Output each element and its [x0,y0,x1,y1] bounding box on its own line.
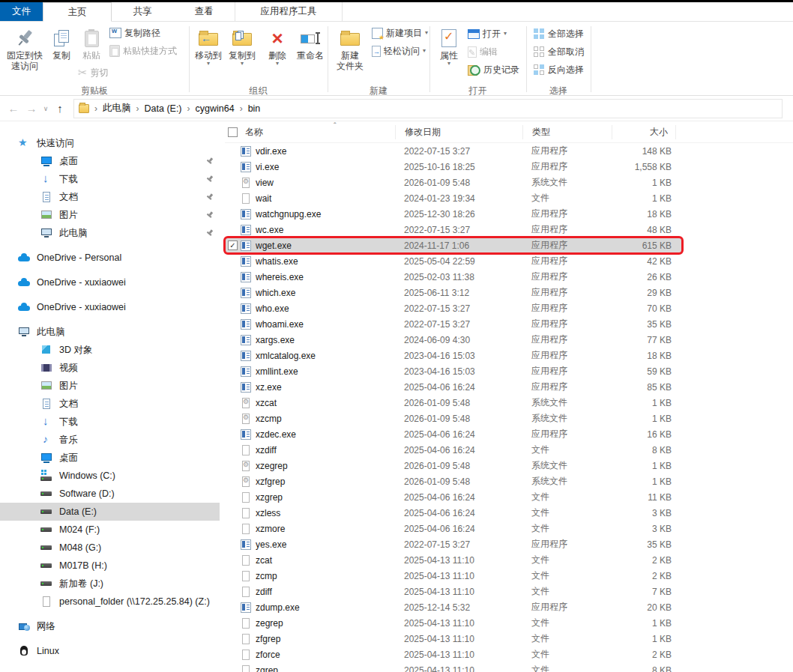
back-button[interactable]: ← [4,102,22,115]
invert-selection-button[interactable]: 反向选择 [534,62,584,77]
file-row[interactable]: watchgnupg.exe 2025-12-30 18:26 应用程序 18 … [225,206,682,222]
delete-button[interactable]: × 删除 ▾ [262,26,292,67]
file-row[interactable]: xz.exe 2025-04-06 16:24 应用程序 85 KB [225,379,682,395]
breadcrumb-item[interactable]: Data (E:) [145,103,182,114]
file-row[interactable]: xzcat 2026-01-09 5:48 系统文件 1 KB [225,395,682,411]
properties-button[interactable]: 属性 ▾ [435,26,463,67]
tab-application-tools[interactable]: 应用程序工具 [235,2,343,21]
file-row[interactable]: xzmore 2025-04-06 16:24 文件 3 KB [225,521,682,536]
new-item-button[interactable]: 新建项目 ▾ [372,25,428,40]
file-row[interactable]: zdiff 2025-04-13 11:10 文件 7 KB [225,584,682,599]
file-row[interactable]: vi.exe 2025-10-16 18:25 应用程序 1,558 KB [225,159,682,175]
file-row[interactable]: zcmp 2025-04-13 11:10 文件 2 KB [225,568,682,584]
file-row[interactable]: vdir.exe 2022-07-15 3:27 应用程序 148 KB [225,143,682,159]
select-all-button[interactable]: 全部选择 [534,26,584,41]
file-row[interactable]: xzless 2025-04-06 16:24 文件 3 KB [225,505,682,521]
sidebar-item[interactable]: Software (D:) [0,485,220,503]
up-button[interactable]: ↑ [51,102,69,115]
sidebar-item[interactable]: personal_folder (\\172.25.25.84) (Z:) [0,593,220,611]
file-row[interactable]: yes.exe 2022-07-15 3:27 应用程序 35 KB [225,536,682,552]
new-folder-button[interactable]: 新建 文件夹 [333,26,367,71]
copy-path-button[interactable]: 复制路径 [109,25,160,40]
file-row[interactable]: zdump.exe 2025-12-14 5:32 应用程序 20 KB [225,599,682,615]
sidebar-item[interactable]: 音乐 [0,431,220,449]
file-row[interactable]: which.exe 2025-06-11 3:12 应用程序 29 KB [225,285,682,300]
sidebar-item[interactable]: OneDrive - xuxiaowei [0,273,220,291]
rename-button[interactable]: 重命名 [294,26,327,61]
forward-button[interactable]: → [22,102,40,115]
file-row[interactable]: wc.exe 2022-07-15 3:27 应用程序 48 KB [225,222,682,237]
sidebar-item[interactable]: 图片 [0,206,220,224]
sidebar-item[interactable]: 新加卷 (J:) [0,575,220,593]
breadcrumb-item[interactable]: cygwin64 [196,103,235,114]
breadcrumb-item[interactable]: bin [248,103,261,114]
file-row[interactable]: wget.exe 2024-11-17 1:06 应用程序 615 KB [225,237,682,253]
select-none-button[interactable]: 全部取消 [534,44,584,59]
sidebar-item[interactable]: 文档 [0,188,220,206]
column-header-name[interactable]: 名称 ˆ [238,122,395,142]
sidebar-item[interactable]: M017B (H:) [0,557,220,575]
sidebar-item[interactable]: Data (E:) [0,503,220,521]
tab-home[interactable]: 主页 [43,2,112,22]
copy-to-button[interactable]: 复制到 ▾ [226,26,259,67]
sidebar-item[interactable]: 下载 [0,170,220,188]
edit-button[interactable]: 编辑 [468,44,498,59]
file-row[interactable]: xzdiff 2025-04-06 16:24 文件 8 KB [225,442,682,458]
file-row[interactable]: zcat 2025-04-13 11:10 文件 2 KB [225,552,682,568]
sidebar-item[interactable]: 文档 [0,395,220,413]
breadcrumb-item[interactable]: 此电脑 [103,102,131,115]
file-row[interactable]: whatis.exe 2025-05-04 22:59 应用程序 42 KB [225,253,682,269]
sidebar-item[interactable]: 下载 [0,413,220,431]
file-row[interactable]: xzgrep 2025-04-06 16:24 文件 11 KB [225,489,682,505]
row-checkbox[interactable] [228,240,238,250]
sidebar-item[interactable]: Windows (C:) [0,467,220,485]
tab-share[interactable]: 共享 [112,2,173,21]
file-row[interactable]: zgrep 2025-04-13 11:10 文件 8 KB [225,662,682,672]
file-row[interactable]: zfgrep 2025-04-13 11:10 文件 1 KB [225,631,682,647]
sidebar-item[interactable]: OneDrive - Personal [0,249,220,267]
file-row[interactable]: xzfgrep 2026-01-09 5:48 系统文件 1 KB [225,473,682,489]
file-row[interactable]: zforce 2025-04-13 11:10 文件 2 KB [225,647,682,662]
cut-button[interactable]: ✂ 剪切 [78,65,109,80]
easy-access-button[interactable]: 轻松访问 ▾ [372,43,426,58]
open-button[interactable]: 打开 ▾ [468,26,507,41]
file-row[interactable]: zegrep 2025-04-13 11:10 文件 1 KB [225,615,682,631]
sidebar-item[interactable]: OneDrive - xuxiaowei [0,298,220,316]
file-row[interactable]: wait 2024-01-23 19:34 文件 1 KB [225,190,682,206]
sidebar-item[interactable]: Linux [0,642,220,660]
pin-to-quick-access-button[interactable]: 固定到快 速访问 [3,26,46,71]
sidebar-item[interactable]: 网络 [0,617,220,635]
tab-view[interactable]: 查看 [173,2,235,21]
file-row[interactable]: xmllint.exe 2023-04-16 15:03 应用程序 59 KB [225,363,682,379]
sidebar-item[interactable]: 桌面 [0,152,220,170]
file-row[interactable]: whereis.exe 2025-02-03 11:38 应用程序 26 KB [225,269,682,285]
sidebar-item[interactable]: 桌面 [0,449,220,467]
copy-button[interactable]: 复制 [46,26,76,61]
file-row[interactable]: xzcmp 2026-01-09 5:48 系统文件 1 KB [225,411,682,426]
file-row[interactable]: who.exe 2022-07-15 3:27 应用程序 70 KB [225,300,682,316]
file-row[interactable]: view 2026-01-09 5:48 系统文件 1 KB [225,175,682,190]
history-button[interactable]: 历史记录 [468,62,519,77]
recent-locations-chevron[interactable]: ∨ [40,105,51,112]
sidebar-item[interactable]: 快速访问 [0,134,220,152]
sidebar-item[interactable]: 图片 [0,377,220,395]
column-header-size[interactable]: 大小 [612,125,676,139]
file-row[interactable]: xzdec.exe 2025-04-06 16:24 应用程序 16 KB [225,426,682,442]
column-header-date-modified[interactable]: 修改日期 [395,125,522,139]
sidebar-item[interactable]: M024 (F:) [0,521,220,539]
sidebar-item[interactable]: 此电脑 [0,224,220,242]
file-row[interactable]: xmlcatalog.exe 2023-04-16 15:03 应用程序 18 … [225,348,682,363]
file-row[interactable]: xzegrep 2026-01-09 5:48 系统文件 1 KB [225,458,682,473]
tab-file[interactable]: 文件 [0,2,43,21]
column-header-type[interactable]: 类型 [522,125,612,139]
file-row[interactable]: whoami.exe 2022-07-15 3:27 应用程序 35 KB [225,316,682,332]
sidebar-item[interactable]: 视频 [0,359,220,377]
move-to-button[interactable]: ← 移动到 ▾ [192,26,225,67]
paste-shortcut-button[interactable]: 粘贴快捷方式 [109,43,177,58]
sidebar-item[interactable]: 3D 对象 [0,341,220,359]
sidebar-item[interactable]: M048 (G:) [0,539,220,557]
file-row[interactable]: xargs.exe 2024-06-09 4:30 应用程序 77 KB [225,332,682,348]
sidebar-item[interactable]: 此电脑 [0,323,220,341]
address-box[interactable]: 此电脑 Data (E:) cygwin64 bin [73,99,783,118]
select-all-checkbox[interactable] [228,127,238,137]
